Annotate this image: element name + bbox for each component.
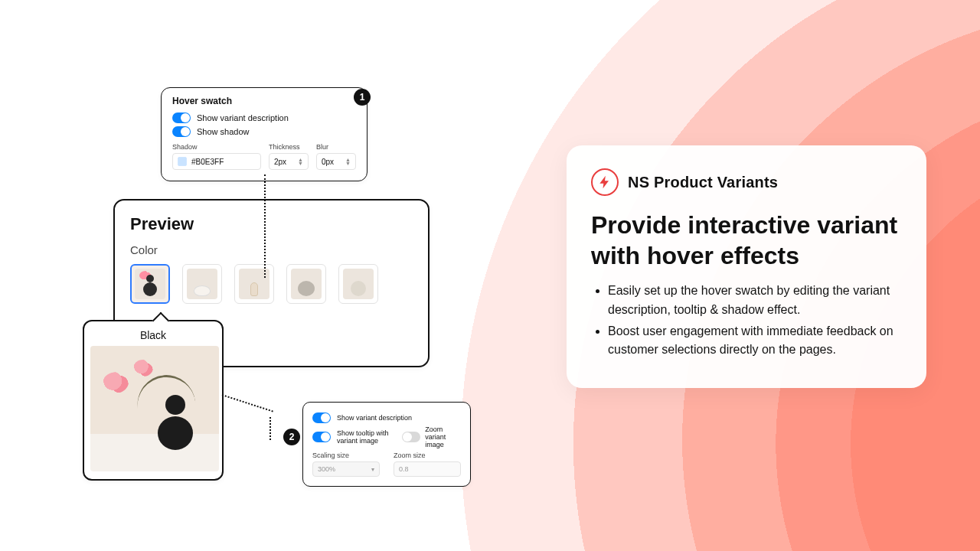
annotation-badge-2: 2 [283, 429, 300, 445]
panel-title: Hover swatch [172, 96, 356, 106]
field-label: Blur [316, 143, 356, 151]
toggle-show-shadow[interactable] [172, 126, 191, 137]
toggle-label: Show shadow [197, 127, 250, 136]
input-value: 0.8 [399, 465, 409, 473]
connector-line [270, 417, 271, 440]
field-label: Shadow [172, 143, 261, 151]
toggle-label: Show tooltip with variant image [337, 429, 396, 445]
variant-swatch[interactable] [338, 264, 378, 304]
chevron-down-icon: ▾ [371, 466, 374, 473]
toggle-label: Show variant description [197, 113, 289, 122]
toggle-zoom-variant-image[interactable] [402, 432, 420, 442]
variant-swatch[interactable] [182, 264, 222, 304]
field-label: Scaling size [312, 452, 380, 459]
color-chip-icon [178, 157, 187, 166]
field-label: Thickness [269, 143, 309, 151]
field-label: Zoom size [394, 452, 461, 459]
brand-title: NS Product Variants [628, 174, 778, 191]
thickness-input[interactable]: 2px ▲▼ [269, 153, 309, 170]
info-bullet: Boost user engagement with immediate fee… [608, 322, 902, 360]
toggle-label: Zoom variant image [425, 425, 461, 448]
brand-row: NS Product Variants [591, 168, 902, 196]
variant-swatch[interactable] [234, 264, 274, 304]
brand-logo-icon [591, 168, 619, 196]
panel-title: Preview [130, 214, 413, 234]
zoom-size-input[interactable]: 0.8 [394, 461, 461, 477]
connector-line [222, 394, 273, 412]
tooltip-label: Black [90, 329, 216, 341]
input-value: 300% [318, 465, 335, 473]
info-heading: Provide interactive variant with hover e… [591, 210, 902, 271]
toggle-show-variant-description[interactable] [172, 112, 191, 123]
toggle-show-variant-description[interactable] [312, 412, 331, 423]
swatch-row [130, 264, 413, 304]
blur-input[interactable]: 0px ▲▼ [316, 153, 356, 170]
hover-swatch-panel: Hover swatch Show variant description Sh… [161, 87, 368, 181]
info-bullets: Easily set up the hover swatch by editin… [591, 282, 902, 360]
info-card: NS Product Variants Provide interactive … [567, 145, 926, 388]
tooltip-settings-panel: Show variant description Show tooltip wi… [302, 402, 471, 487]
toggle-show-tooltip-image[interactable] [312, 432, 331, 442]
variant-swatch[interactable] [286, 264, 326, 304]
scaling-size-select[interactable]: 300% ▾ [312, 461, 380, 477]
tooltip-image [90, 346, 219, 471]
input-value: #B0E3FF [191, 158, 224, 166]
toggle-label: Show variant description [337, 414, 412, 422]
input-value: 0px [322, 158, 334, 166]
input-value: 2px [274, 158, 286, 166]
shadow-color-input[interactable]: #B0E3FF [172, 153, 261, 170]
connector-line [264, 174, 266, 278]
annotation-badge-1: 1 [354, 89, 371, 106]
variant-tooltip: Black [83, 320, 224, 481]
stepper-icon: ▲▼ [345, 158, 351, 165]
info-bullet: Easily set up the hover swatch by editin… [608, 282, 902, 320]
variant-swatch[interactable] [130, 264, 170, 304]
stepper-icon: ▲▼ [298, 158, 303, 165]
option-label: Color [130, 243, 413, 256]
